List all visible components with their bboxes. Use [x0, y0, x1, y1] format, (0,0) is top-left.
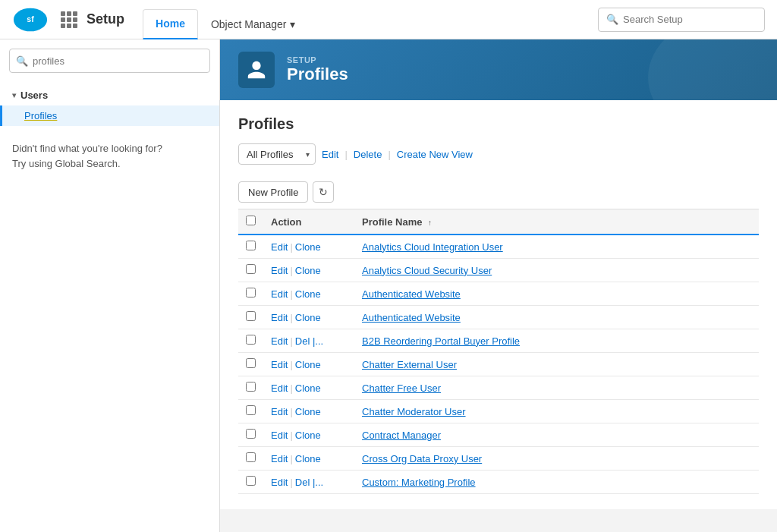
- search-setup-bar[interactable]: 🔍: [598, 8, 765, 32]
- main-layout: 🔍 profiles ▾ Users Profiles Didn't find …: [0, 39, 777, 532]
- sidebar: 🔍 profiles ▾ Users Profiles Didn't find …: [0, 39, 220, 532]
- row-checkbox[interactable]: [246, 476, 256, 486]
- sidebar-group-users: ▾ Users Profiles: [0, 82, 219, 129]
- row-checkbox[interactable]: [246, 264, 256, 274]
- clone-link[interactable]: Clone: [295, 241, 321, 253]
- row-checkbox[interactable]: [246, 288, 256, 297]
- profile-name-link[interactable]: Contract Manager: [362, 430, 441, 441]
- sidebar-group-header-users[interactable]: ▾ Users: [0, 85, 219, 105]
- clone-link[interactable]: Clone: [295, 288, 321, 300]
- clone-link[interactable]: Clone: [295, 359, 321, 370]
- profile-name-cell: Analytics Cloud Security User: [354, 259, 759, 282]
- del-link[interactable]: Del |...: [295, 335, 323, 347]
- nav-tabs: Home Object Manager ▾: [143, 0, 308, 39]
- edit-link[interactable]: Edit: [271, 382, 288, 394]
- clone-link[interactable]: Clone: [295, 382, 321, 394]
- clone-link[interactable]: Clone: [295, 406, 321, 417]
- chevron-down-icon: ▾: [12, 91, 16, 99]
- new-profile-button[interactable]: New Profile: [238, 181, 308, 203]
- action-cell: Edit | Clone: [263, 282, 354, 306]
- table-row: Edit | CloneChatter Free User: [238, 376, 759, 400]
- action-cell: Edit | Clone: [263, 259, 354, 282]
- edit-link[interactable]: Edit: [271, 430, 288, 441]
- clone-link[interactable]: Clone: [295, 312, 321, 323]
- setup-label: Setup: [87, 11, 124, 27]
- action-cell: Edit | Clone: [263, 423, 354, 447]
- edit-link[interactable]: Edit: [271, 241, 288, 253]
- select-all-checkbox[interactable]: [246, 216, 256, 225]
- table-row: Edit | CloneAuthenticated Website: [238, 282, 759, 306]
- salesforce-logo: sf: [12, 7, 49, 33]
- sidebar-search-input[interactable]: profiles: [33, 55, 203, 67]
- object-manager-tab[interactable]: Object Manager ▾: [198, 9, 308, 39]
- profile-name-link[interactable]: Custom: Marketing Profile: [362, 477, 476, 488]
- sidebar-search-container[interactable]: 🔍 profiles: [9, 49, 210, 73]
- row-checkbox[interactable]: [246, 405, 256, 415]
- row-checkbox[interactable]: [246, 382, 256, 392]
- action-cell: Edit | Clone: [263, 353, 354, 376]
- view-select-wrapper[interactable]: All Profiles ▾: [238, 143, 316, 165]
- app-launcher-icon[interactable]: [61, 11, 77, 28]
- search-icon: 🔍: [606, 14, 618, 25]
- del-link[interactable]: Del |...: [295, 477, 323, 488]
- edit-view-link[interactable]: Edit: [322, 149, 338, 160]
- row-checkbox[interactable]: [246, 241, 256, 250]
- profiles-table: Action Profile Name ↑ Edit | CloneAnalyt…: [238, 209, 759, 494]
- svg-text:sf: sf: [27, 14, 34, 24]
- profile-name-link[interactable]: Chatter Free User: [362, 382, 441, 394]
- profile-name-link[interactable]: Chatter Moderator User: [362, 406, 466, 417]
- filter-bar: All Profiles ▾ Edit | Delete | Create Ne…: [238, 143, 759, 165]
- home-tab[interactable]: Home: [143, 9, 198, 39]
- delete-view-link[interactable]: Delete: [354, 149, 382, 160]
- table-row: Edit | CloneChatter External User: [238, 353, 759, 376]
- edit-link[interactable]: Edit: [271, 288, 288, 300]
- top-navbar: sf Setup Home Object Manager ▾ 🔍: [0, 0, 777, 39]
- sort-asc-icon: ↑: [428, 219, 432, 227]
- profile-name-link[interactable]: Authenticated Website: [362, 288, 461, 300]
- edit-link[interactable]: Edit: [271, 453, 288, 464]
- profile-name-link[interactable]: B2B Reordering Portal Buyer Profile: [362, 335, 520, 347]
- edit-link[interactable]: Edit: [271, 335, 288, 347]
- row-checkbox[interactable]: [246, 452, 256, 462]
- create-new-view-link[interactable]: Create New View: [397, 149, 473, 160]
- view-select[interactable]: All Profiles: [238, 143, 316, 165]
- clone-link[interactable]: Clone: [295, 265, 321, 276]
- profile-name-link[interactable]: Analytics Cloud Security User: [362, 265, 492, 276]
- sidebar-item-profiles[interactable]: Profiles: [0, 105, 219, 126]
- profile-name-column-header[interactable]: Profile Name ↑: [354, 209, 759, 235]
- clone-link[interactable]: Clone: [295, 430, 321, 441]
- profile-name-cell: Custom: Marketing Profile: [354, 471, 759, 494]
- profile-name-link[interactable]: Analytics Cloud Integration User: [362, 241, 503, 253]
- edit-link[interactable]: Edit: [271, 265, 288, 276]
- profile-name-cell: Authenticated Website: [354, 282, 759, 306]
- edit-link[interactable]: Edit: [271, 406, 288, 417]
- profile-name-cell: Chatter Free User: [354, 376, 759, 400]
- profile-name-link[interactable]: Authenticated Website: [362, 312, 461, 323]
- row-checkbox[interactable]: [246, 429, 256, 439]
- sidebar-hint: Didn't find what you're looking for? Try…: [0, 129, 219, 183]
- row-checkbox[interactable]: [246, 311, 256, 321]
- profile-name-cell: Chatter External User: [354, 353, 759, 376]
- profile-name-cell: Chatter Moderator User: [354, 400, 759, 423]
- page-header-title: Profiles: [287, 65, 348, 84]
- refresh-button[interactable]: ↻: [313, 181, 334, 203]
- page-icon: [238, 52, 275, 88]
- edit-link[interactable]: Edit: [271, 312, 288, 323]
- profile-name-link[interactable]: Cross Org Data Proxy User: [362, 453, 482, 464]
- profile-name-cell: B2B Reordering Portal Buyer Profile: [354, 329, 759, 353]
- clone-link[interactable]: Clone: [295, 453, 321, 464]
- profile-name-link[interactable]: Chatter External User: [362, 359, 457, 370]
- action-cell: Edit | Clone: [263, 447, 354, 471]
- select-all-header[interactable]: [238, 209, 263, 235]
- edit-link[interactable]: Edit: [271, 477, 288, 488]
- search-setup-input[interactable]: [623, 14, 757, 25]
- action-column-header: Action: [263, 209, 354, 235]
- row-checkbox[interactable]: [246, 358, 256, 368]
- action-cell: Edit | Del |...: [263, 471, 354, 494]
- sidebar-search-icon: 🔍: [16, 55, 28, 67]
- action-cell: Edit | Del |...: [263, 329, 354, 353]
- profiles-title: Profiles: [238, 115, 759, 133]
- page-header-band: SETUP Profiles: [220, 39, 777, 100]
- row-checkbox[interactable]: [246, 335, 256, 345]
- edit-link[interactable]: Edit: [271, 359, 288, 370]
